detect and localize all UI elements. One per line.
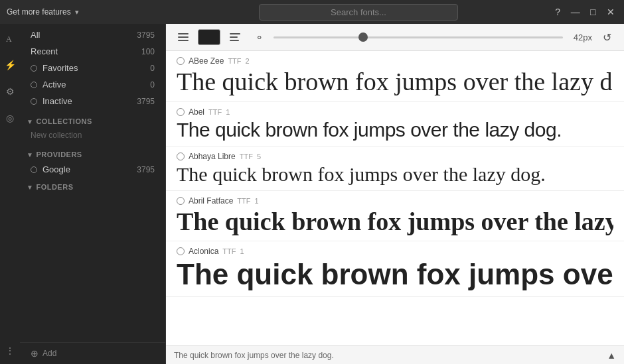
svg-rect-4 (230, 33, 240, 34)
font-meta-abhaya: Abhaya Libre TTF 5 (177, 152, 613, 161)
active-radio (31, 82, 37, 88)
minimize-button[interactable]: — (568, 3, 584, 21)
font-count-aclonica: 1 (240, 247, 244, 255)
svg-rect-6 (230, 40, 239, 41)
font-preview-abel[interactable]: The quick brown fox jumps over the lazy … (177, 118, 613, 142)
font-count-abel: 1 (226, 108, 230, 116)
google-count: 3795 (137, 165, 155, 174)
list-item: Abhaya Libre TTF 5 The quick brown fox j… (166, 147, 624, 191)
reset-button[interactable]: ↺ (597, 28, 616, 46)
font-meta-aclonica: Aclonica TTF 1 (177, 247, 613, 256)
size-slider-wrap (273, 36, 563, 38)
collections-label: COLLECTIONS (36, 117, 92, 125)
font-name-aclonica: Aclonica (189, 247, 218, 256)
svg-rect-1 (178, 33, 189, 34)
icon-strip: A ⚡ ⚙ ◎ ⋮ (0, 24, 20, 364)
align-icon[interactable] (226, 28, 244, 46)
font-meta-abeezee: ABee Zee TTF 2 (177, 56, 613, 66)
folders-label: FOLDERS (36, 183, 73, 191)
folders-header[interactable]: ▼ FOLDERS (20, 178, 165, 194)
font-radio-abril[interactable] (177, 197, 185, 205)
font-count-abhaya: 5 (257, 152, 261, 160)
font-type-abeezee: TTF (228, 57, 241, 65)
providers-label: PROVIDERS (36, 151, 82, 158)
font-preview-abhaya[interactable]: The quick brown fox jumps over the lazy … (177, 162, 613, 186)
font-count-abril: 1 (255, 197, 259, 205)
collections-header[interactable]: ▼ COLLECTIONS (20, 112, 165, 128)
chevron-down-icon[interactable]: ▾ (75, 8, 79, 17)
status-bar: The quick brown fox jumps over the lazy … (166, 345, 624, 364)
font-name-abril: Abril Fatface (189, 196, 233, 206)
new-collection-button[interactable]: New collection (20, 128, 165, 145)
font-preview-abril[interactable]: The quick brown fox jumps over the lazy … (177, 207, 613, 237)
title-bar-right: ? — □ ✕ (544, 3, 624, 21)
close-button[interactable]: ✕ (603, 3, 619, 21)
settings-icon[interactable]: ⚙ (2, 84, 18, 99)
font-preview-aclonica[interactable]: The quick brown fox jumps over the (177, 257, 613, 292)
fonts-icon[interactable]: A (2, 30, 18, 46)
font-preview-abeezee[interactable]: The quick brown fox jumps over the lazy … (177, 67, 613, 97)
sidebar-item-google[interactable]: Google 3795 (20, 161, 165, 178)
title-bar: Get more features ▾ Search fonts... ? — … (0, 0, 624, 24)
sidebar-item-favorites[interactable]: Favorites 0 (20, 60, 165, 76)
providers-header[interactable]: ▼ PROVIDERS (20, 145, 165, 161)
favorites-label: Favorites (42, 63, 150, 73)
help-button[interactable]: ? (550, 3, 566, 21)
font-name-abel: Abel (189, 107, 204, 117)
font-type-abhaya: TTF (240, 152, 253, 160)
folders-chevron: ▼ (27, 184, 33, 191)
font-radio-abel[interactable] (177, 108, 185, 116)
font-radio-abhaya[interactable] (177, 152, 185, 160)
size-slider[interactable] (273, 36, 563, 38)
font-radio-aclonica[interactable] (177, 247, 185, 255)
app-title: Get more features (7, 7, 71, 17)
all-label: All (31, 30, 137, 40)
sidebar: All 3795 Recent 100 Favorites 0 Active 0… (20, 24, 166, 364)
add-label: Add (42, 349, 56, 358)
style-icon[interactable]: ⚬ (250, 28, 268, 46)
list-view-icon[interactable] (174, 28, 193, 46)
color-picker-button[interactable] (198, 29, 220, 45)
collections-chevron: ▼ (27, 118, 33, 125)
svg-text:A: A (6, 34, 12, 44)
maximize-button[interactable]: □ (585, 3, 601, 21)
inactive-label: Inactive (42, 96, 137, 106)
favorites-count: 0 (150, 64, 155, 73)
list-item: Abril Fatface TTF 1 The quick brown fox … (166, 191, 624, 242)
google-label: Google (42, 164, 137, 174)
active-label: Active (42, 80, 150, 90)
font-list: ABee Zee TTF 2 The quick brown fox jumps… (166, 51, 624, 345)
add-icon: ⊕ (31, 348, 39, 359)
toolbar: ⚬ 42px ↺ (166, 24, 624, 51)
sidebar-item-all[interactable]: All 3795 (20, 27, 165, 43)
more-icon[interactable]: ⋮ (2, 343, 18, 359)
svg-rect-2 (178, 36, 189, 38)
favorites-radio (31, 65, 37, 72)
search-input[interactable]: Search fonts... (259, 4, 458, 21)
inactive-count: 3795 (137, 97, 155, 106)
size-label: 42px (568, 32, 592, 42)
recent-label: Recent (31, 46, 141, 56)
recent-count: 100 (141, 47, 155, 56)
add-button[interactable]: ⊕ Add (20, 342, 165, 364)
sidebar-item-inactive[interactable]: Inactive 3795 (20, 93, 165, 109)
lightning-icon[interactable]: ⚡ (2, 57, 18, 73)
font-meta-abel: Abel TTF 1 (177, 107, 613, 117)
title-bar-center: Search fonts... (173, 4, 544, 21)
list-item: ABee Zee TTF 2 The quick brown fox jumps… (166, 51, 624, 102)
providers-chevron: ▼ (27, 151, 33, 158)
sidebar-item-recent[interactable]: Recent 100 (20, 43, 165, 60)
font-type-aclonica: TTF (222, 247, 236, 255)
circle-icon[interactable]: ◎ (2, 110, 18, 126)
status-arrow-icon[interactable]: ▲ (607, 350, 616, 361)
font-radio-abeezee[interactable] (177, 57, 185, 65)
font-name-abeezee: ABee Zee (189, 56, 224, 66)
main-layout: A ⚡ ⚙ ◎ ⋮ All 3795 Recent 100 Favorites … (0, 24, 624, 364)
status-text: The quick brown fox jumps over the lazy … (174, 351, 607, 360)
font-meta-abril: Abril Fatface TTF 1 (177, 196, 613, 206)
font-type-abril: TTF (237, 197, 250, 205)
filter-section: All 3795 Recent 100 Favorites 0 Active 0… (20, 24, 165, 112)
content-area: ⚬ 42px ↺ ABee Zee TTF 2 The quick brown … (166, 24, 624, 364)
active-count: 0 (150, 80, 155, 90)
sidebar-item-active[interactable]: Active 0 (20, 76, 165, 93)
